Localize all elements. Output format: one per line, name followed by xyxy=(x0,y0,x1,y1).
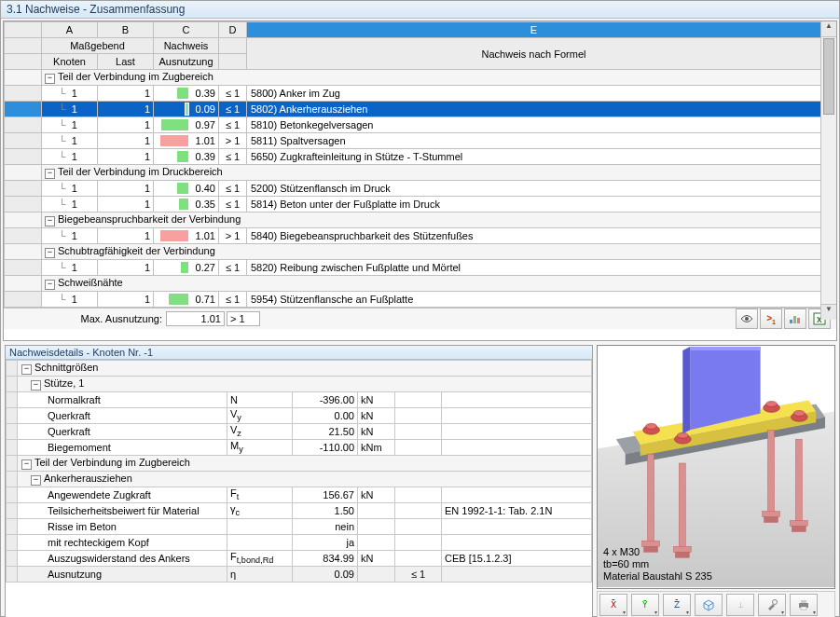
svg-rect-29 xyxy=(763,512,780,517)
table-row[interactable]: └110.40≤ 15200) Stützenflansch im Druck xyxy=(5,181,821,197)
group-header[interactable]: −Teil der Verbindung im Zugbereich xyxy=(42,70,821,86)
summary-footer: Max. Ausnutzung: 1.01 > 1 >1 x xyxy=(4,308,836,329)
scroll-down-icon[interactable]: ▼ xyxy=(821,304,836,320)
group-header[interactable]: −Schubtragfähigkeit der Verbindung xyxy=(42,244,821,260)
svg-rect-31 xyxy=(795,439,802,522)
svg-rect-1 xyxy=(790,320,792,323)
table-row[interactable]: └110.09≤ 15802) Ankerherausziehen xyxy=(5,102,821,117)
dimension-button[interactable]: ⟂ xyxy=(726,594,754,616)
viewer-info: 4 x M30 tb=60 mm Material Baustahl S 235 xyxy=(603,546,712,583)
details-title: Nachweisdetails - Knoten Nr. -1 xyxy=(6,346,592,360)
table-row[interactable]: └110.97≤ 15810) Betonkegelversagen xyxy=(5,117,821,133)
svg-point-16 xyxy=(766,402,778,407)
detail-row[interactable]: NormalkraftN-396.00kN xyxy=(7,392,592,408)
max-usage-label: Max. Ausnutzung: xyxy=(60,313,166,324)
detail-row[interactable]: −Stütze, 1 xyxy=(7,377,592,392)
svg-rect-25 xyxy=(679,463,685,548)
svg-point-34 xyxy=(773,599,778,604)
vertical-scrollbar[interactable]: ▲ ▼ xyxy=(820,21,836,320)
3d-view[interactable]: 4 x M30 tb=60 mm Material Baustahl S 235 xyxy=(597,345,835,589)
max-usage-value: 1.01 xyxy=(166,311,225,326)
svg-rect-2 xyxy=(793,316,796,323)
axis-z-button[interactable]: Z̄▾ xyxy=(663,594,691,616)
collapse-icon[interactable]: − xyxy=(31,380,41,391)
detail-row[interactable]: QuerkraftVy0.00kN xyxy=(7,408,592,424)
detail-row[interactable]: −Schnittgrößen xyxy=(7,361,592,377)
eye-icon[interactable] xyxy=(736,308,758,329)
svg-rect-36 xyxy=(801,600,806,603)
table-row[interactable]: └111.01> 15811) Spaltversagen xyxy=(5,133,821,149)
table-row[interactable]: └110.39≤ 15800) Anker im Zug xyxy=(5,86,821,102)
svg-rect-37 xyxy=(801,607,806,610)
collapse-icon[interactable]: − xyxy=(45,248,55,258)
collapse-icon[interactable]: − xyxy=(45,74,55,84)
print-button[interactable]: ▾ xyxy=(790,594,818,616)
col-e[interactable]: E xyxy=(247,22,821,38)
detail-row[interactable]: −Teil der Verbindung im Zugbereich xyxy=(7,456,592,472)
table-row[interactable]: └110.27≤ 15820) Reibung zwischen Fußplat… xyxy=(5,260,821,276)
details-pane: Nachweisdetails - Knoten Nr. -1 −Schnitt… xyxy=(5,345,593,617)
collapse-icon[interactable]: − xyxy=(45,280,55,290)
viewer-toolbar: X̄▾ Ȳ▾ Z̄▾ ⟂ ▾ ▾ xyxy=(597,591,835,617)
group-header[interactable]: −Biegebeanspruchbarkeit der Verbindung xyxy=(42,213,821,228)
tools-button[interactable]: ▾ xyxy=(758,594,786,616)
group-header[interactable]: −Teil der Verbindung im Druckbereich xyxy=(42,165,821,181)
table-row[interactable]: └110.71≤ 15954) Stützenflansche an Fußpl… xyxy=(5,292,821,308)
svg-rect-22 xyxy=(648,454,654,542)
detail-row[interactable]: QuerkraftVz21.50kN xyxy=(7,424,592,440)
collapse-icon[interactable]: − xyxy=(31,475,41,486)
results-table-pane: A B C D E Maßgebend Nachweis Nachweis na… xyxy=(3,21,837,341)
detail-row[interactable]: −Ankerherausziehen xyxy=(7,472,592,487)
scroll-up-icon[interactable]: ▲ xyxy=(821,21,836,37)
svg-rect-30 xyxy=(764,517,778,523)
col-c[interactable]: C xyxy=(154,22,219,38)
main-window: 3.1 Nachweise - Zusammenfassung A B C D … xyxy=(0,0,840,617)
axis-x-button[interactable]: X̄▾ xyxy=(599,594,627,616)
max-usage-compare: > 1 xyxy=(227,311,260,326)
detail-row[interactable]: Teilsicherheitsbeiwert für Materialγc1.5… xyxy=(7,503,592,519)
axis-y-button[interactable]: Ȳ▾ xyxy=(631,594,659,616)
results-table[interactable]: A B C D E Maßgebend Nachweis Nachweis na… xyxy=(4,21,821,308)
col-b[interactable]: B xyxy=(98,22,154,38)
svg-rect-3 xyxy=(797,318,800,323)
detail-row[interactable]: Auszugswiderstand des AnkersFt,bond,Rd83… xyxy=(7,551,592,567)
goto-icon[interactable]: >1 xyxy=(760,308,782,329)
detail-row[interactable]: mit rechteckigem Kopfja xyxy=(7,535,592,551)
detail-row[interactable]: Risse im Betonnein xyxy=(7,519,592,535)
corner-cell xyxy=(5,22,42,38)
table-row[interactable]: └110.35≤ 15814) Beton unter der Fußplatt… xyxy=(5,197,821,213)
group-header[interactable]: −Schweißnähte xyxy=(42,276,821,292)
collapse-icon[interactable]: − xyxy=(45,169,55,179)
detail-row[interactable]: Ausnutzungη0.09≤ 1 xyxy=(7,567,592,583)
table-row[interactable]: └111.01> 15840) Biegebeanspruchbarkeit d… xyxy=(5,228,821,244)
svg-point-12 xyxy=(646,423,657,429)
collapse-icon[interactable]: − xyxy=(21,459,32,470)
collapse-icon[interactable]: − xyxy=(45,216,55,226)
window-title: 3.1 Nachweise - Zusammenfassung xyxy=(1,1,839,19)
detail-row[interactable]: BiegemomentMy-110.00kNm xyxy=(7,440,592,456)
svg-rect-21 xyxy=(690,347,760,350)
svg-rect-28 xyxy=(768,430,775,513)
svg-rect-33 xyxy=(792,526,806,531)
collapse-icon[interactable]: − xyxy=(21,364,32,375)
detail-row[interactable]: Angewendete ZugkraftFt156.67kN xyxy=(7,487,592,503)
chart-icon[interactable] xyxy=(784,308,806,329)
svg-point-0 xyxy=(745,317,749,321)
svg-rect-32 xyxy=(790,521,807,527)
col-a[interactable]: A xyxy=(42,22,98,38)
svg-point-18 xyxy=(793,410,805,416)
details-table[interactable]: −Schnittgrößen−Stütze, 1NormalkraftN-396… xyxy=(6,360,592,583)
table-row[interactable]: └110.39≤ 15650) Zugkrafteinleitung in St… xyxy=(5,149,821,165)
svg-marker-20 xyxy=(682,347,690,433)
viewer-pane: 4 x M30 tb=60 mm Material Baustahl S 235… xyxy=(597,345,835,617)
iso-view-button[interactable] xyxy=(695,594,723,616)
col-d[interactable]: D xyxy=(219,22,247,38)
scroll-thumb[interactable] xyxy=(823,38,834,115)
